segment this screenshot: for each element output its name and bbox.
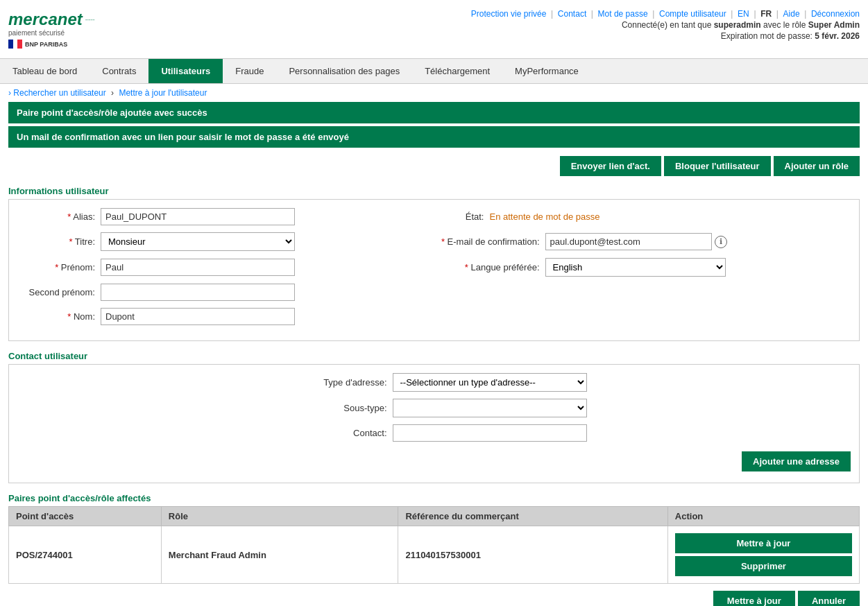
select-langue[interactable]: English Français Deutsch Español [545,258,726,277]
form-row-second-prenom: Second prénom: [17,284,851,301]
link-lang-fr[interactable]: FR [760,9,772,19]
username: superadmin [714,20,761,30]
etat-value: En attente de mot de passe [490,211,600,222]
input-prenom[interactable] [101,259,295,276]
pairs-section-title: Paires point d'accès/rôle affectés [8,489,860,506]
navigation: Tableau de bord Contrats Utilisateurs Fr… [0,58,868,84]
bottom-update-button[interactable]: Mettre à jour [713,591,795,606]
add-role-button[interactable]: Ajouter un rôle [774,156,860,176]
email-info-icon[interactable]: ℹ [715,236,727,248]
col-point-acces: Point d'accès [9,507,162,526]
col-reference: Référence du commerçant [398,507,667,526]
breadcrumb-arrow: › [8,88,11,98]
label-contact: Contact: [282,428,393,438]
label-prenom: * Prénom: [17,262,101,272]
bnp-text: BNP PARIBAS [25,41,67,48]
bnp-logo: BNP PARIBAS [8,40,95,49]
cell-role: Merchant Fraud Admin [161,526,398,584]
label-email: * E-mail de confirmation: [434,236,545,247]
expiry-info: Expiration mot de passe: 5 févr. 2026 [471,31,860,41]
select-titre[interactable]: Monsieur Madame [101,232,295,251]
breadcrumb-search[interactable]: Rechercher un utilisateur [13,88,105,98]
form-row-nom: * Nom: [17,308,851,325]
label-langue: * Langue préférée: [434,262,545,272]
link-contact[interactable]: Contact [558,9,586,19]
form-row-titre: * Titre: Monsieur Madame * E-mail de con… [17,232,851,251]
add-address-row: Ajouter une adresse [17,449,851,474]
expiry-date: 5 févr. 2026 [815,31,860,41]
nav-tableau-de-bord[interactable]: Tableau de bord [0,59,90,83]
user-info-form: * Alias: État: En attente de mot de pass… [8,199,860,341]
logo: mercanet ····· paiement sécurisé BNP PAR… [8,4,95,54]
table-row: POS/2744001 Merchant Fraud Admin 2110401… [9,526,860,584]
input-nom[interactable] [101,308,295,325]
user-info: Connecté(e) en tant que superadmin avec … [471,20,860,30]
nav-fraude[interactable]: Fraude [223,59,276,83]
link-aide[interactable]: Aide [783,9,800,19]
select-type-adresse[interactable]: --Sélectionner un type d'adresse-- Email… [393,373,587,392]
row-update-button[interactable]: Mettre à jour [675,533,852,553]
label-nom: * Nom: [17,311,101,322]
form-row-sous-type: Sous-type: [17,399,851,417]
alert-success-1: Paire point d'accès/rôle ajoutée avec su… [8,102,860,123]
user-role: Super Admin [808,20,860,30]
form-row-type-adresse: Type d'adresse: --Sélectionner un type d… [17,373,851,392]
form-row-alias: * Alias: État: En attente de mot de pass… [17,208,851,225]
label-sous-type: Sous-type: [282,403,393,413]
user-info-section-title: Informations utilisateur [8,182,860,199]
input-contact[interactable] [393,424,587,442]
bottom-cancel-button[interactable]: Annuler [798,591,860,606]
label-type-adresse: Type d'adresse: [282,377,393,388]
action-buttons-row: Envoyer lien d'act. Bloquer l'utilisateu… [8,150,860,182]
cell-actions: Mettre à jour Supprimer [667,526,859,584]
nav-myperformance[interactable]: MyPerformance [502,59,591,83]
link-deconnexion[interactable]: Déconnexion [811,9,860,19]
label-second-prenom: Second prénom: [17,287,101,297]
bnp-flag [8,40,22,49]
add-address-button[interactable]: Ajouter une adresse [742,451,851,471]
link-lang-en[interactable]: EN [738,9,749,19]
input-alias[interactable] [101,208,295,225]
breadcrumb-update[interactable]: Mettre à jour l'utilisateur [119,88,207,98]
input-second-prenom[interactable] [101,284,295,301]
select-sous-type[interactable] [393,399,587,417]
contact-form: Type d'adresse: --Sélectionner un type d… [8,364,860,483]
pairs-table: Point d'accès Rôle Référence du commerça… [8,506,860,584]
block-user-button[interactable]: Bloquer l'utilisateur [664,156,771,176]
nav-personnalisation[interactable]: Personnalisation des pages [276,59,412,83]
nav-contrats[interactable]: Contrats [90,59,148,83]
col-role: Rôle [161,507,398,526]
label-titre: * Titre: [17,236,101,247]
breadcrumb: › Rechercher un utilisateur › Mettre à j… [0,84,868,102]
contact-section-title: Contact utilisateur [8,347,860,364]
form-row-prenom: * Prénom: * Langue préférée: English Fra… [17,258,851,277]
cell-reference: 211040157530001 [398,526,667,584]
input-email[interactable] [545,233,712,250]
nav-telechargement[interactable]: Téléchargement [412,59,502,83]
cell-point-acces: POS/2744001 [9,526,162,584]
form-row-contact: Contact: [17,424,851,442]
bottom-buttons: Mettre à jour Annuler [8,584,860,606]
link-privacy[interactable]: Protection vie privée [471,9,547,19]
send-link-button[interactable]: Envoyer lien d'act. [560,156,661,176]
top-links: Protection vie privée | Contact | Mot de… [471,8,860,19]
col-action: Action [667,507,859,526]
label-etat: État: [434,211,490,222]
link-password[interactable]: Mot de passe [598,9,648,19]
label-alias: * Alias: [17,211,101,222]
logo-name: mercanet [8,10,83,29]
link-account[interactable]: Compte utilisateur [659,9,726,19]
nav-utilisateurs[interactable]: Utilisateurs [148,59,223,83]
alert-success-2: Un mail de confirmation avec un lien pou… [8,126,860,148]
logo-tagline: paiement sécurisé [8,29,95,37]
row-delete-button[interactable]: Supprimer [675,556,852,576]
